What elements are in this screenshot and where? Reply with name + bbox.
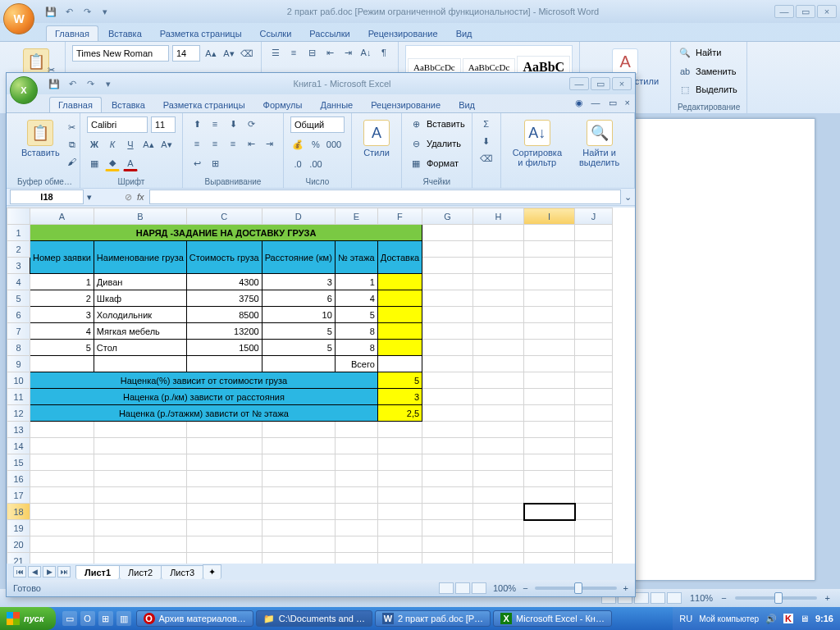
font-color-icon[interactable]: A xyxy=(123,157,138,171)
percent-icon[interactable]: % xyxy=(308,137,323,152)
fill-color-icon[interactable]: ◆ xyxy=(105,157,120,171)
qat-dropdown-icon[interactable]: ▾ xyxy=(98,5,112,18)
zoom-in-icon[interactable]: + xyxy=(825,593,830,603)
start-button[interactable]: пуск xyxy=(0,607,56,630)
word-office-button[interactable]: W xyxy=(3,3,34,34)
sheet-tab-1[interactable]: Лист1 xyxy=(75,565,120,579)
redo-icon[interactable]: ↷ xyxy=(80,5,94,18)
tray-icon[interactable]: 🔊 xyxy=(765,614,777,624)
border-icon[interactable]: ▦ xyxy=(87,157,102,171)
spreadsheet-grid[interactable]: ABCDEFGHIJ 1НАРЯД -ЗАДАНИЕ НА ДОСТАВКУ Г… xyxy=(7,208,635,564)
align-left-icon[interactable]: ≡ xyxy=(189,136,204,151)
new-sheet-button[interactable]: ✦ xyxy=(203,564,221,579)
tab-formulas[interactable]: Формулы xyxy=(255,98,311,112)
quick-launch[interactable]: ▭O⊞▥ xyxy=(62,611,131,626)
excel-office-button[interactable]: X xyxy=(10,76,38,104)
redo-icon[interactable]: ↷ xyxy=(84,77,97,90)
bold-icon[interactable]: Ж xyxy=(87,137,102,152)
sheet-tab-3[interactable]: Лист3 xyxy=(161,565,203,579)
taskbar-item[interactable]: XMicrosoft Excel - Кн… xyxy=(493,610,612,627)
save-icon[interactable]: 💾 xyxy=(44,5,57,18)
cut-icon[interactable]: ✂ xyxy=(65,120,80,135)
currency-icon[interactable]: 💰 xyxy=(290,137,305,152)
indent-increase-icon[interactable]: ⇥ xyxy=(262,136,276,151)
orientation-icon[interactable]: ⟳ xyxy=(244,116,258,131)
tab-home[interactable]: Главная xyxy=(46,25,98,41)
numbering-icon[interactable]: ≡ xyxy=(286,45,301,60)
find-icon[interactable]: 🔍 xyxy=(678,45,692,60)
font-size-select[interactable] xyxy=(151,116,176,133)
cancel-icon[interactable]: ⊘ xyxy=(125,192,132,203)
indent-increase-icon[interactable]: ⇥ xyxy=(340,45,355,60)
tab-layout[interactable]: Разметка страницы xyxy=(155,98,253,112)
mycomputer-label[interactable]: Мой компьютер xyxy=(699,614,759,623)
qat-dropdown-icon[interactable]: ▾ xyxy=(102,77,115,90)
shrink-font-icon[interactable]: A▾ xyxy=(221,46,236,61)
clear-icon[interactable]: ⌫ xyxy=(479,151,494,166)
zoom-in-icon[interactable]: + xyxy=(623,583,628,593)
select-icon[interactable]: ⬚ xyxy=(678,82,692,97)
tab-review[interactable]: Рецензирование xyxy=(363,98,449,112)
close-button[interactable]: × xyxy=(612,77,632,90)
tab-mailings[interactable]: Рассылки xyxy=(301,26,358,41)
undo-icon[interactable]: ↶ xyxy=(66,77,79,90)
tab-view[interactable]: Вид xyxy=(450,98,483,112)
align-right-icon[interactable]: ≡ xyxy=(226,136,240,151)
tab-view[interactable]: Вид xyxy=(448,26,481,41)
restore-button[interactable]: ▭ xyxy=(591,77,610,90)
number-format-select[interactable] xyxy=(290,116,345,133)
insert-cells-icon[interactable]: ⊕ xyxy=(409,116,423,131)
namebox-dropdown-icon[interactable]: ▾ xyxy=(87,192,92,203)
formula-bar[interactable] xyxy=(149,189,621,204)
find-select-button[interactable]: 🔍Найти и выделить xyxy=(572,116,628,171)
underline-icon[interactable]: Ч xyxy=(123,137,138,152)
decrease-decimal-icon[interactable]: .00 xyxy=(308,157,323,171)
shrink-font-icon[interactable]: A▾ xyxy=(159,137,174,152)
merge-icon[interactable]: ⊞ xyxy=(208,156,222,171)
bullets-icon[interactable]: ☰ xyxy=(268,45,283,60)
format-painter-icon[interactable]: 🖌 xyxy=(65,154,80,169)
expand-formula-icon[interactable]: ⌄ xyxy=(624,192,632,203)
indent-decrease-icon[interactable]: ⇤ xyxy=(322,45,337,60)
workbook-close-icon[interactable]: × xyxy=(625,98,630,108)
tab-insert[interactable]: Вставка xyxy=(103,98,153,112)
sort-icon[interactable]: A↓ xyxy=(358,45,373,60)
tab-references[interactable]: Ссылки xyxy=(252,26,300,41)
align-bottom-icon[interactable]: ⬇ xyxy=(226,116,240,131)
zoom-out-icon[interactable]: − xyxy=(523,583,527,593)
indent-decrease-icon[interactable]: ⇤ xyxy=(244,136,258,151)
replace-icon[interactable]: ab xyxy=(678,64,692,79)
tray-icon[interactable]: 🖥 xyxy=(800,614,809,623)
autosum-icon[interactable]: Σ xyxy=(479,116,494,131)
clear-format-icon[interactable]: ⌫ xyxy=(240,46,254,61)
language-indicator[interactable]: RU xyxy=(679,614,692,623)
word-zoom-slider[interactable] xyxy=(735,596,817,600)
grow-font-icon[interactable]: A▴ xyxy=(203,46,218,61)
paste-button[interactable]: 📋Вставить xyxy=(16,116,65,169)
excel-zoom-slider[interactable] xyxy=(535,587,617,590)
delete-cells-icon[interactable]: ⊖ xyxy=(409,136,423,151)
format-cells-icon[interactable]: ▦ xyxy=(409,156,423,171)
excel-view-buttons[interactable] xyxy=(439,582,486,594)
comma-icon[interactable]: 000 xyxy=(326,137,341,152)
minimize-button[interactable]: — xyxy=(774,5,794,18)
align-middle-icon[interactable]: ≡ xyxy=(208,116,222,131)
taskbar-item[interactable]: 📁C:\Documents and … xyxy=(256,610,372,627)
copy-icon[interactable]: ⧉ xyxy=(65,137,80,152)
multilevel-icon[interactable]: ⊟ xyxy=(304,45,319,60)
minimize-ribbon-icon[interactable]: — xyxy=(591,98,600,108)
wrap-text-icon[interactable]: ↩ xyxy=(189,156,204,171)
tab-insert[interactable]: Вставка xyxy=(100,26,150,41)
name-box[interactable]: I18 xyxy=(10,189,84,204)
sort-filter-button[interactable]: A↓Сортировка и фильтр xyxy=(508,116,567,171)
italic-icon[interactable]: К xyxy=(105,137,120,152)
column-headers[interactable]: ABCDEFGHIJ xyxy=(7,208,613,225)
tab-data[interactable]: Данные xyxy=(312,98,361,112)
grow-font-icon[interactable]: A▴ xyxy=(141,137,156,152)
align-center-icon[interactable]: ≡ xyxy=(208,136,222,151)
active-cell[interactable] xyxy=(524,504,575,520)
font-name-select[interactable] xyxy=(72,45,169,62)
tab-review[interactable]: Рецензирование xyxy=(360,26,446,41)
tab-layout[interactable]: Разметка страницы xyxy=(152,26,250,41)
clock[interactable]: 9:16 xyxy=(815,614,833,623)
